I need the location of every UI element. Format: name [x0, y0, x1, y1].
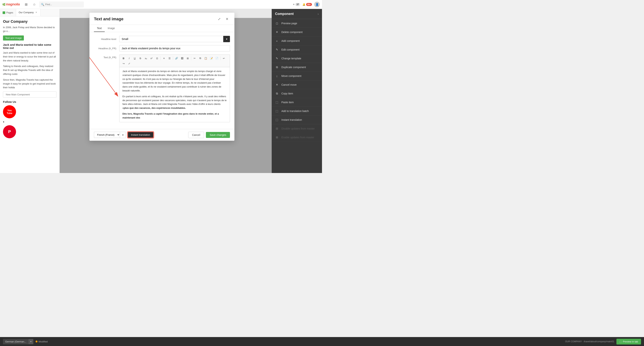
rte-underline[interactable]: U — [132, 56, 137, 61]
logo[interactable]: 🌿 magnolia — [2, 3, 20, 6]
page-title: Our Company — [3, 20, 56, 24]
headline-fr-row: Headline (fr_FR) — [94, 45, 230, 52]
headline-fr-input[interactable] — [119, 45, 230, 52]
save-button[interactable]: Save changes — [206, 132, 230, 138]
rte-sep-4 — [220, 56, 220, 60]
youtube-button[interactable]: You Tube — [3, 105, 16, 118]
grid-icon[interactable]: ⊞ — [23, 1, 30, 8]
content-para-1: Jack and Maria wanted to take some time … — [3, 51, 56, 63]
panel-item-edit-component[interactable]: ✎ Edit component — [272, 45, 322, 54]
content-para-3: Since then, Magnolia Travels has capture… — [3, 78, 56, 90]
panel-label-cancel-move: Cancel move — [282, 83, 297, 86]
headline-fr-label: Headline (fr_FR) — [94, 47, 116, 50]
panel-label-preview-page: Preview page — [282, 22, 297, 25]
rte-sep-3 — [191, 56, 191, 60]
panel-label-instant-translation: Instant translation — [282, 118, 302, 121]
tab-pages[interactable]: Pages — [0, 9, 16, 16]
dialog-tab-text[interactable]: Text — [94, 25, 105, 32]
rte-strikethrough[interactable]: S — [138, 56, 143, 61]
topbar: 🌿 magnolia ⊞ ☆ 🔍 ≡ 37 🔔 99+ 👤 — [0, 0, 322, 9]
panel-icon-instant-translation: ⬚ — [275, 118, 279, 122]
rte-cut[interactable]: ✂ — [192, 56, 197, 61]
cancel-button[interactable]: Cancel — [188, 132, 204, 138]
panel-item-copy-item[interactable]: ⧉ Copy item — [272, 89, 322, 98]
search-icon: 🔍 — [41, 3, 44, 6]
right-panel-expand-icon[interactable]: › — [318, 12, 319, 16]
dialog-close-button[interactable]: ✕ — [224, 16, 230, 22]
notifications-count: 99+ — [306, 3, 312, 6]
panel-item-duplicate-component[interactable]: ⧉ Duplicate component — [272, 63, 322, 72]
rte-paste-text[interactable]: 📝 — [209, 56, 214, 61]
rte-undo[interactable]: ↩ — [221, 56, 226, 61]
tab-close-icon[interactable]: ✕ — [35, 11, 38, 14]
headline-level-dropdown-btn[interactable]: ▾ — [223, 36, 230, 42]
dialog-header-actions: ⤢ ✕ — [216, 16, 230, 22]
panel-item-preview-page[interactable]: ◻ Preview page — [272, 19, 322, 28]
panel-label-enable-updates: Enable updates from master — [282, 136, 314, 139]
star-icon[interactable]: ☆ — [31, 1, 38, 8]
rte-redo[interactable]: ↪ — [121, 61, 126, 66]
rte-para-1: Jack et Maria voulaient prendre du temps… — [122, 69, 227, 93]
tab-our-company[interactable]: Our Company ✕ — [16, 9, 40, 16]
pinterest-button[interactable]: P — [3, 125, 16, 138]
panel-item-add-component[interactable]: + Add component — [272, 37, 322, 45]
language-selector: French (France) ▾ — [94, 132, 126, 138]
panel-item-instant-translation[interactable]: ⬚ Instant translation — [272, 115, 322, 124]
tasks-badge[interactable]: ≡ 37 — [293, 3, 300, 6]
dialog-tab-image[interactable]: Image — [105, 25, 118, 32]
panel-icon-change-template: ✎ — [275, 57, 279, 60]
rte-para-3: Dès lors, Magnolia Travels a capté l'ima… — [122, 112, 227, 120]
rte-unordered-list[interactable]: ☰ — [167, 56, 172, 61]
rte-bold[interactable]: B — [121, 56, 126, 61]
panel-icon-paste-item: ⬚ — [275, 100, 279, 104]
rte-fullscreen[interactable]: ⤢ — [126, 61, 132, 66]
search-bar[interactable]: 🔍 — [39, 2, 84, 8]
main-layout: Pages Our Company ✕ Our Company In 2006,… — [0, 9, 322, 173]
rte-italic[interactable]: I — [126, 56, 132, 61]
rte-toolbar: B I U S x₂ x² Ω ≡ ☰ 🔗 🖼 — [119, 55, 230, 67]
panel-item-paste-item[interactable]: ⬚ Paste item — [272, 98, 322, 107]
language-select[interactable]: French (France) — [94, 132, 120, 138]
dialog-tabs: Text Image — [90, 25, 234, 32]
rte-img[interactable]: 🖼 — [180, 56, 185, 61]
panel-icon-disable-updates: ⊟ — [275, 127, 279, 130]
headline-level-label: Headline level — [94, 38, 116, 41]
panel-label-move-component: Move component — [282, 74, 301, 77]
rte-superscript[interactable]: x² — [149, 56, 154, 61]
rte-link[interactable]: 🔗 — [174, 56, 179, 61]
rte-paste-word[interactable]: 📄 — [214, 56, 220, 61]
panel-item-add-translation-batch[interactable]: ⬚ Add to translation batch — [272, 107, 322, 115]
rte-subscript[interactable]: x₂ — [143, 56, 148, 61]
search-input[interactable] — [45, 3, 82, 6]
dropdown-arrow-icon: ▾ — [226, 38, 227, 41]
notifications-badge[interactable]: 🔔 99+ — [302, 3, 312, 6]
dialog-expand-button[interactable]: ⤢ — [216, 16, 222, 22]
text-fr-row: Text (fr_FR) B I U S x₂ x² Ω ≡ — [94, 55, 230, 122]
rte-special-char[interactable]: Ω — [154, 56, 160, 61]
right-panel-title: Component — [275, 12, 318, 16]
panel-label-copy-item: Copy item — [282, 92, 293, 95]
component-tag[interactable]: Text and image — [3, 36, 24, 41]
panel-item-cancel-move[interactable]: ✕ Cancel move — [272, 80, 322, 89]
user-icon: 👤 — [316, 3, 319, 6]
rte-copy[interactable]: ⧉ — [198, 56, 203, 61]
panel-icon-add-translation-batch: ⬚ — [275, 109, 279, 113]
panel-item-delete-component[interactable]: ✕ Delete component — [272, 28, 322, 37]
user-avatar[interactable]: 👤 — [314, 2, 320, 7]
new-component-button[interactable]: New Main Component — [3, 91, 56, 98]
rte-sep-1 — [160, 56, 161, 60]
rte-content-area[interactable]: Jack et Maria voulaient prendre du temps… — [119, 67, 230, 122]
instant-translation-button[interactable]: Instant translation — [128, 132, 154, 138]
rte-paste[interactable]: 📋 — [203, 56, 208, 61]
panel-item-move-component[interactable]: ↕ Move component — [272, 72, 322, 80]
center-area: Text and image ⤢ ✕ Text Image Headline l… — [60, 9, 272, 173]
headline-fr-control — [119, 45, 230, 52]
rte-table[interactable]: ⊞ — [185, 56, 190, 61]
topbar-right: ≡ 37 🔔 99+ 👤 — [293, 2, 320, 7]
rte-ordered-list[interactable]: ≡ — [161, 56, 166, 61]
panel-item-enable-updates: ⊞ Enable updates from master — [272, 133, 322, 142]
headline-level-select[interactable]: Small — [119, 36, 230, 42]
panel-icon-move-component: ↕ — [275, 74, 279, 78]
panel-item-change-template[interactable]: ✎ Change template — [272, 54, 322, 63]
language-dropdown-btn[interactable]: ▾ — [120, 132, 126, 138]
